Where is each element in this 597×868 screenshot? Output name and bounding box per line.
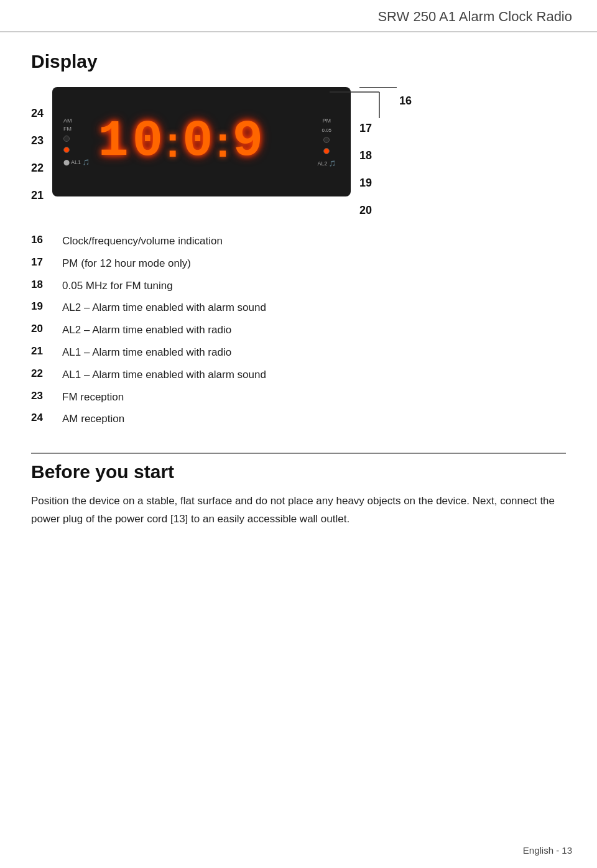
left-number-labels: 24 23 22 21 <box>31 99 44 209</box>
desc-text-16: Clock/frequency/volume indication <box>62 234 223 249</box>
desc-num-17: 17 <box>31 256 62 269</box>
footer-text: English - 13 <box>523 845 572 856</box>
right-label-17: 17 <box>359 114 412 142</box>
desc-text-18: 0.05 MHz for FM tuning <box>62 279 173 293</box>
dot-1 <box>63 136 70 142</box>
desc-row-16: 16 Clock/frequency/volume indication <box>31 230 566 252</box>
left-label-24: 24 <box>31 99 44 127</box>
desc-num-22: 22 <box>31 367 62 380</box>
left-label-23: 23 <box>31 127 44 154</box>
desc-row-22: 22 AL1 – Alarm time enabled with alarm s… <box>31 364 566 386</box>
am-label: AM <box>63 118 90 124</box>
desc-num-18: 18 <box>31 279 62 291</box>
main-content: Display 24 23 22 21 AM FM ⬤ AL1 🎵 <box>0 32 597 547</box>
before-section: Before you start Position the device on … <box>31 453 566 529</box>
pm-label: PM <box>323 118 331 124</box>
clock-device: AM FM ⬤ AL1 🎵 1 0 : 0 : 9 PM <box>52 87 351 196</box>
seg-digit-2: 0 <box>132 116 163 167</box>
right-indicators: PM 0.05 AL2 🎵 <box>318 118 336 167</box>
right-label-18: 18 <box>359 142 412 169</box>
fm-label: FM <box>63 126 90 132</box>
desc-text-17: PM (for 12 hour mode only) <box>62 256 191 271</box>
desc-text-20: AL2 – Alarm time enabled with radio <box>62 323 231 338</box>
desc-num-19: 19 <box>31 300 62 313</box>
diagram-container: 24 23 22 21 AM FM ⬤ AL1 🎵 1 0 <box>31 87 566 224</box>
al1-label: ⬤ AL1 🎵 <box>63 159 90 165</box>
seg-digit-3: 0 <box>182 116 213 167</box>
seg-colon-1: : <box>165 120 180 164</box>
dot-4 <box>323 148 330 154</box>
left-label-21: 21 <box>31 182 44 209</box>
seg-digit-1: 1 <box>98 116 129 167</box>
desc-row-17: 17 PM (for 12 hour mode only) <box>31 252 566 275</box>
dot-3 <box>323 137 330 143</box>
page-title: SRW 250 A1 Alarm Clock Radio <box>377 9 572 24</box>
desc-row-21: 21 AL1 – Alarm time enabled with radio <box>31 341 566 364</box>
desc-text-23: FM reception <box>62 390 124 405</box>
display-section-title: Display <box>31 51 566 72</box>
right-label-19: 19 <box>359 169 412 196</box>
freq-label: 0.05 <box>322 127 331 133</box>
seg-display: 1 0 : 0 : 9 <box>98 116 309 167</box>
left-label-22: 22 <box>31 154 44 182</box>
desc-num-16: 16 <box>31 234 62 246</box>
desc-num-24: 24 <box>31 412 62 424</box>
page-footer: English - 13 <box>523 845 572 856</box>
desc-row-18: 18 0.05 MHz for FM tuning <box>31 275 566 297</box>
desc-text-22: AL1 – Alarm time enabled with alarm soun… <box>62 367 266 382</box>
desc-num-20: 20 <box>31 323 62 335</box>
desc-text-19: AL2 – Alarm time enabled with alarm soun… <box>62 300 266 315</box>
desc-num-23: 23 <box>31 390 62 402</box>
desc-row-24: 24 AM reception <box>31 408 566 430</box>
dot-2 <box>63 147 70 153</box>
desc-row-19: 19 AL2 – Alarm time enabled with alarm s… <box>31 297 566 319</box>
right-label-16: 16 <box>399 87 412 114</box>
desc-num-21: 21 <box>31 345 62 358</box>
desc-row-20: 20 AL2 – Alarm time enabled with radio <box>31 319 566 341</box>
desc-row-23: 23 FM reception <box>31 386 566 409</box>
before-text: Position the device on a stable, flat su… <box>31 492 566 529</box>
right-label-20: 20 <box>359 196 412 224</box>
al2-label: AL2 🎵 <box>318 160 336 167</box>
left-indicators: AM FM ⬤ AL1 🎵 <box>63 118 90 165</box>
before-title: Before you start <box>31 461 566 482</box>
page-header: SRW 250 A1 Alarm Clock Radio <box>0 0 597 32</box>
seg-colon-2: : <box>216 120 230 164</box>
seg-digit-4: 9 <box>233 116 263 167</box>
description-table: 16 Clock/frequency/volume indication 17 … <box>31 230 566 430</box>
desc-text-21: AL1 – Alarm time enabled with radio <box>62 345 231 360</box>
desc-text-24: AM reception <box>62 412 124 427</box>
